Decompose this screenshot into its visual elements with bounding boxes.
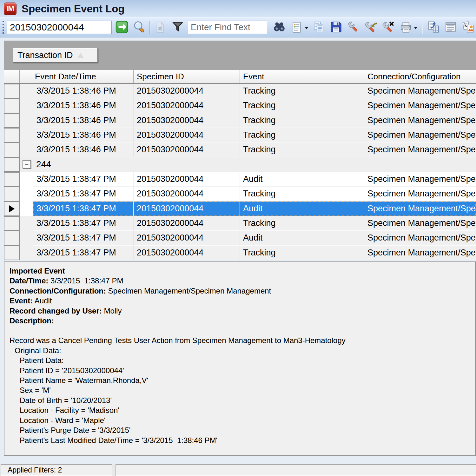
row-selector-cell xyxy=(4,98,20,113)
cell-connection-configuration: Specimen Management/Specimen Management xyxy=(364,202,476,216)
wrench-icon xyxy=(347,20,360,35)
filter-button[interactable] xyxy=(170,20,185,35)
report-list-button[interactable] xyxy=(443,20,458,35)
table-row[interactable]: 3/3/2015 1:38:47 PM20150302000044Trackin… xyxy=(4,216,476,231)
export-image-button[interactable] xyxy=(461,20,475,35)
cell-connection-configuration: Specimen Management/Specimen Management xyxy=(364,128,476,142)
cell-specimen-id: 20150302000044 xyxy=(134,231,240,245)
detail-field-label: Connection/Configuration: xyxy=(10,287,106,295)
row-selector-cell xyxy=(4,231,20,245)
event-detail-panel: Imported Event Date/Time: 3/3/2015 1:38:… xyxy=(4,261,476,456)
group-indent-cell xyxy=(20,84,33,98)
description-line: Location - Ward = 'Maple' xyxy=(10,415,471,425)
report-list-icon xyxy=(444,20,457,35)
collapse-group-button[interactable]: − xyxy=(23,160,31,169)
go-button[interactable] xyxy=(115,20,129,35)
wrench-revert-icon xyxy=(364,20,378,35)
table-row[interactable]: 3/3/2015 1:38:46 PM20150302000044Trackin… xyxy=(4,142,476,157)
grid-body: 3/3/2015 1:38:46 PM20150302000044Trackin… xyxy=(4,84,476,260)
group-indent-cell xyxy=(20,172,33,187)
cell-connection-configuration: Specimen Management/Specimen Management xyxy=(364,216,476,231)
row-selector-cell xyxy=(4,157,20,172)
row-selector-cell xyxy=(4,187,20,201)
table-row[interactable]: 3/3/2015 1:38:46 PM20150302000044Trackin… xyxy=(4,84,476,98)
description-line: Sex = 'M' xyxy=(10,385,471,395)
group-indent-cell xyxy=(20,187,33,201)
search-button[interactable] xyxy=(132,20,147,35)
detail-description: Record was a Cancel Pending Tests User A… xyxy=(10,335,471,445)
print-button[interactable] xyxy=(399,20,418,35)
cell-specimen-id: 20150302000044 xyxy=(134,216,240,231)
clear-document-icon xyxy=(153,20,168,35)
table-row[interactable]: 3/3/2015 1:38:47 PM20150302000044AuditSp… xyxy=(4,202,476,216)
cell-event: Audit xyxy=(240,202,364,216)
cell-event: Tracking xyxy=(240,98,364,113)
export-data-button[interactable] xyxy=(426,20,440,35)
column-header-event[interactable]: Event xyxy=(240,70,364,83)
row-cells: 3/3/2015 1:38:46 PM20150302000044Trackin… xyxy=(33,113,476,128)
row-cells: 3/3/2015 1:38:46 PM20150302000044Trackin… xyxy=(33,98,476,113)
column-header-specimen-id[interactable]: Specimen ID xyxy=(134,70,240,83)
copy-button[interactable] xyxy=(311,20,326,35)
detail-field-value: Audit xyxy=(33,296,52,305)
grid-header-row: Event Date/TimeSpecimen IDEventConnectio… xyxy=(4,70,476,84)
cell-event-date-time: 3/3/2015 1:38:46 PM xyxy=(33,84,134,98)
table-row[interactable]: 3/3/2015 1:38:46 PM20150302000044Trackin… xyxy=(4,98,476,113)
group-indent-cell xyxy=(20,216,33,231)
copy-icon xyxy=(312,20,325,35)
status-bar: Applied Filters: 2 xyxy=(0,464,476,476)
cell-specimen-id: 20150302000044 xyxy=(134,202,240,216)
table-row[interactable]: 3/3/2015 1:38:47 PM20150302000044AuditSp… xyxy=(4,172,476,187)
table-row[interactable]: 3/3/2015 1:38:46 PM20150302000044Trackin… xyxy=(4,113,476,128)
save-button[interactable] xyxy=(329,20,343,35)
export-image-icon xyxy=(461,20,475,35)
toolbar: A xyxy=(0,17,476,37)
specimen-id-search-input[interactable] xyxy=(7,21,112,34)
group-indent-cell xyxy=(20,231,33,245)
cell-connection-configuration: Specimen Management/Specimen Management xyxy=(364,172,476,187)
configure-remove-button[interactable] xyxy=(381,20,396,35)
cell-connection-configuration: Specimen Management/Specimen Management xyxy=(364,142,476,157)
dropdown-caret-icon xyxy=(305,27,308,31)
cell-specimen-id: 20150302000044 xyxy=(134,84,240,98)
description-line: Patient Name = 'Waterman,Rhonda,V' xyxy=(10,375,471,385)
find-text-input[interactable] xyxy=(188,21,267,34)
group-row[interactable]: −244 xyxy=(4,157,476,172)
row-cells: 3/3/2015 1:38:47 PM20150302000044AuditSp… xyxy=(33,172,476,187)
app-icon-text: IM xyxy=(7,4,14,13)
current-row-indicator-icon xyxy=(9,205,15,212)
configure-button[interactable] xyxy=(346,20,361,35)
app-icon: IM xyxy=(4,3,17,15)
description-line: Date of Birth = '10/20/2013' xyxy=(10,395,471,405)
group-by-panel[interactable]: Transaction ID xyxy=(4,41,476,70)
row-selector-cell xyxy=(4,172,20,187)
column-header-connection-configuration[interactable]: Connection/Configuration xyxy=(364,70,476,83)
group-indent-cell xyxy=(20,113,33,128)
configure-revert-button[interactable] xyxy=(364,20,378,35)
column-header-event-date-time[interactable]: Event Date/Time xyxy=(20,70,134,83)
description-line: Record was a Cancel Pending Tests User A… xyxy=(10,335,471,345)
cell-connection-configuration: Specimen Management/Specimen Management xyxy=(364,84,476,98)
table-row[interactable]: 3/3/2015 1:38:47 PM20150302000044Trackin… xyxy=(4,187,476,201)
row-cells: 3/3/2015 1:38:46 PM20150302000044Trackin… xyxy=(33,84,476,98)
cell-event-date-time: 3/3/2015 1:38:47 PM xyxy=(33,216,134,231)
row-selector-cell xyxy=(4,246,20,260)
toolbar-grip-handle[interactable] xyxy=(3,21,4,34)
event-grid: Transaction ID Event Date/TimeSpecimen I… xyxy=(4,41,476,260)
view-options-button[interactable] xyxy=(289,20,308,35)
group-column-label: Transaction ID xyxy=(17,50,73,60)
table-row[interactable]: 3/3/2015 1:38:46 PM20150302000044Trackin… xyxy=(4,128,476,142)
toolbar-separator xyxy=(149,21,150,34)
title-bar: IM Specimen Event Log xyxy=(0,0,476,17)
cell-event: Tracking xyxy=(240,216,364,231)
cell-event-date-time: 3/3/2015 1:38:47 PM xyxy=(33,172,134,187)
group-row-content: −244 xyxy=(20,157,476,172)
detail-title: Imported Event xyxy=(10,266,471,276)
find-button[interactable] xyxy=(272,20,287,35)
table-row[interactable]: 3/3/2015 1:38:47 PM20150302000044Trackin… xyxy=(4,246,476,260)
group-row-label: 244 xyxy=(36,159,51,169)
table-row[interactable]: 3/3/2015 1:38:47 PM20150302000044AuditSp… xyxy=(4,231,476,245)
group-column-button[interactable]: Transaction ID xyxy=(13,48,98,63)
cell-specimen-id: 20150302000044 xyxy=(134,172,240,187)
cell-event-date-time: 3/3/2015 1:38:47 PM xyxy=(33,187,134,201)
